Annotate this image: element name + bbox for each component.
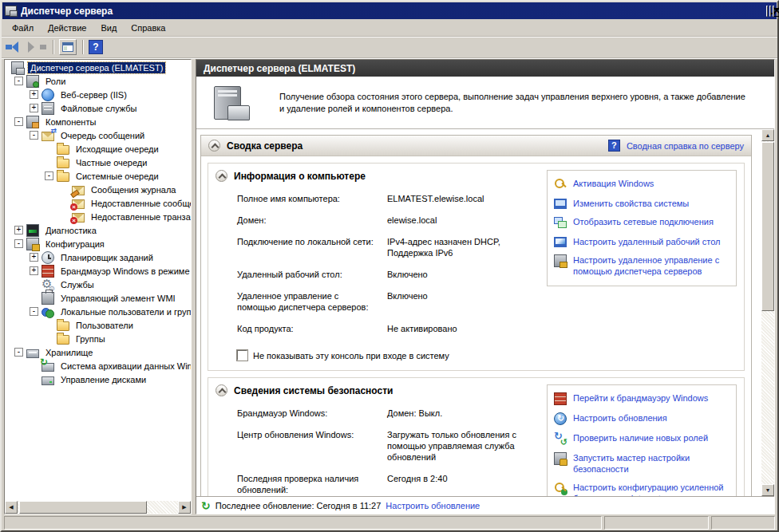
menu-item-label: Справка [131, 23, 165, 33]
tree-item[interactable]: Пользователи [5, 318, 191, 332]
collapse-subsection-button[interactable] [216, 170, 227, 182]
expander-minus-icon[interactable]: - [14, 77, 23, 85]
action-link[interactable]: Настроить обновления [573, 412, 667, 425]
tree-item[interactable]: Исходящие очереди [5, 142, 191, 156]
menu-item-0[interactable]: Файл [5, 22, 41, 34]
tree-item[interactable]: Сообщения журнала [5, 183, 191, 196]
expander-minus-icon[interactable]: - [45, 171, 53, 180]
tree-item[interactable]: -Локальные пользователи и группы [5, 305, 191, 318]
tree-item[interactable]: Группы [5, 332, 191, 345]
tree-item[interactable]: +Планировщик заданий [5, 250, 191, 264]
title-bar[interactable]: Диспетчер сервера [2, 2, 777, 19]
tree-item[interactable]: Система архивации данных Windo [5, 359, 191, 372]
action-link[interactable]: Изменить свойства системы [573, 198, 689, 209]
help-button[interactable]: ? [89, 40, 103, 54]
action-link[interactable]: Отобразить сетевые подключения [573, 216, 714, 229]
forward-button[interactable] [28, 39, 47, 55]
tree-item[interactable]: Службы [5, 278, 191, 291]
expander-minus-icon[interactable]: - [14, 239, 23, 248]
tree-item[interactable]: -Системные очереди [5, 169, 191, 183]
field-value: Не активировано [387, 323, 537, 334]
expander-minus-icon[interactable]: - [14, 348, 23, 357]
tree-item-label: Недоставленные сообщени [89, 198, 191, 209]
tree-item-label: Очередь сообщений [58, 130, 147, 141]
tree-item[interactable]: Диспетчер сервера (ELMATEST) [5, 61, 191, 74]
expander-plus-icon[interactable]: + [30, 90, 38, 99]
menu-item-label: Вид [101, 23, 117, 33]
summary-help-link[interactable]: Сводная справка по серверу [627, 141, 744, 151]
back-arrow-icon [12, 41, 18, 53]
field-row: Последняя проверка наличия обновлений:Се… [237, 473, 537, 495]
scrollbar-thumb[interactable] [761, 142, 774, 311]
expander-plus-icon[interactable]: + [30, 253, 38, 262]
tree-item-label: Диагностика [43, 225, 99, 236]
menu-item-2[interactable]: Вид [93, 22, 124, 34]
scroll-right-button[interactable]: ▶ [178, 501, 191, 514]
tree-item-label: Система архивации данных Windo [58, 361, 191, 372]
collapse-subsection-button[interactable] [216, 384, 227, 396]
expander-minus-icon[interactable]: - [30, 307, 38, 316]
hide-console-checkbox[interactable] [237, 350, 247, 361]
configure-refresh-link[interactable]: Настроить обновление [386, 501, 480, 510]
action-link-item: Настроить удаленное управление с помощью… [554, 254, 730, 277]
tree-horizontal-scrollbar[interactable]: ◀ ▶ [5, 501, 191, 514]
subsection-title: Сведения системы безопасности [234, 385, 393, 396]
action-link[interactable]: Проверить наличие новых ролей [573, 432, 708, 445]
tree-item[interactable]: -Очередь сообщений [5, 128, 191, 142]
tree-item[interactable]: +Брандмауэр Windows в режиме пов [5, 264, 191, 278]
tree-item-label: Роли [43, 76, 68, 87]
scroll-up-button[interactable]: ▲ [761, 129, 774, 141]
tree-item[interactable]: +Веб-сервер (IIS) [5, 88, 191, 101]
details-header: Диспетчер сервера (ELMATEST) [196, 60, 774, 77]
tree-item-label: Локальные пользователи и группы [58, 306, 191, 317]
menu-item-3[interactable]: Справка [124, 22, 172, 34]
back-button[interactable] [6, 39, 25, 55]
maximize-button[interactable] [769, 6, 771, 17]
dead-letter-icon [72, 213, 85, 223]
minimize-button[interactable] [766, 6, 768, 17]
field-label: Подключение по локальной сети: [237, 236, 387, 258]
action-link-item: Настроить обновления [554, 412, 730, 425]
show-console-tree-button[interactable] [59, 39, 77, 55]
expander-plus-icon[interactable]: + [14, 226, 23, 234]
action-link[interactable]: Настроить удаленный рабочий стол [573, 236, 720, 247]
backup-icon [42, 363, 54, 372]
expander-minus-icon[interactable]: - [14, 117, 23, 126]
tree-item[interactable]: -Конфигурация [5, 237, 191, 250]
tree-item[interactable]: Частные очереди [5, 156, 191, 169]
forward-arrow-icon [40, 45, 46, 49]
scroll-left-button[interactable]: ◀ [5, 501, 18, 514]
tree-item[interactable]: Недоставленные транзакт [5, 210, 191, 223]
firewall-icon [554, 392, 567, 405]
ie-esc-icon [554, 482, 567, 495]
details-vertical-scrollbar[interactable]: ▲ ▼ [761, 129, 774, 496]
tree-item[interactable]: Управление дисками [5, 372, 191, 386]
expander-plus-icon[interactable]: + [30, 104, 38, 112]
action-link[interactable]: Настроить удаленное управление с помощью… [573, 254, 730, 277]
tree-item[interactable]: -Роли [5, 74, 191, 88]
close-button[interactable] [773, 6, 774, 17]
collapse-section-button[interactable] [208, 140, 220, 152]
menu-item-1[interactable]: Действие [41, 22, 93, 34]
tree-item[interactable]: +Файловые службы [5, 101, 191, 115]
action-link[interactable]: Активация Windows [573, 178, 654, 191]
folder-icon [57, 172, 69, 182]
action-link[interactable]: Запустить мастер настройки безопасности [573, 452, 730, 475]
security-info-subsection: Сведения системы безопасности Брандмауэр… [208, 377, 745, 496]
action-link[interactable]: Перейти к брандмауэру Windows [573, 392, 708, 405]
field-label: Удаленное управление с помощью диспетчер… [237, 290, 387, 313]
tree-item-label: Службы [58, 279, 97, 290]
tree-item[interactable]: Управляющий элемент WMI [5, 291, 191, 305]
field-label: Удаленный рабочий стол: [237, 269, 387, 280]
expander-minus-icon[interactable]: - [30, 131, 38, 140]
folder-icon [57, 335, 69, 345]
tree-item[interactable]: Недоставленные сообщени [5, 196, 191, 210]
tree-item[interactable]: -Хранилище [5, 345, 191, 359]
expander-plus-icon[interactable]: + [30, 266, 38, 275]
scroll-down-button[interactable]: ▼ [761, 484, 774, 496]
tree-item[interactable]: -Компоненты [5, 115, 191, 128]
action-link[interactable]: Настроить конфигурацию усиленной безопас… [573, 482, 730, 496]
tree-item[interactable]: +Диагностика [5, 223, 191, 237]
tree-item-label: Управляющий элемент WMI [58, 293, 178, 304]
scrollbar-thumb[interactable] [19, 501, 147, 514]
